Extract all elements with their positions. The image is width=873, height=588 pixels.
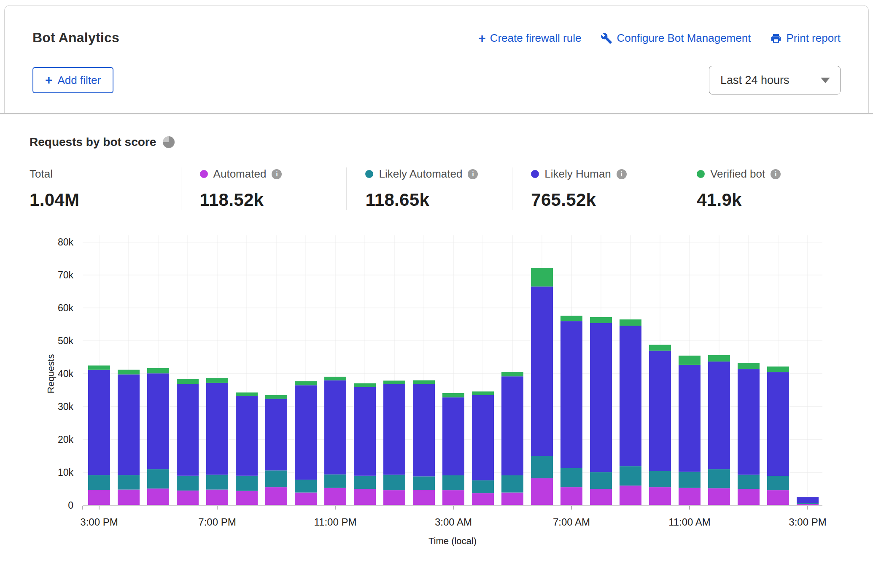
bar-segment-likely-human[interactable] [649, 351, 671, 471]
bar-segment-likely-human[interactable] [442, 397, 464, 475]
bar-segment-likely-human[interactable] [147, 373, 169, 469]
bar-segment-likely-human[interactable] [324, 380, 346, 475]
bar-segment-automated[interactable] [206, 490, 228, 505]
bar-segment-likely-human[interactable] [177, 384, 199, 476]
bar-segment-automated[interactable] [413, 490, 435, 505]
bar-segment-likely-automated[interactable] [501, 475, 523, 493]
bar-segment-likely-automated[interactable] [767, 476, 789, 491]
bar-segment-likely-automated[interactable] [236, 476, 258, 491]
info-icon[interactable]: i [468, 169, 478, 179]
bar-segment-likely-human[interactable] [265, 399, 287, 470]
bar-segment-likely-automated[interactable] [324, 475, 346, 488]
create-firewall-rule-link[interactable]: + Create firewall rule [478, 32, 581, 45]
bar-segment-verified-bot[interactable] [383, 380, 405, 384]
bar-segment-likely-automated[interactable] [797, 503, 819, 504]
bar-segment-verified-bot[interactable] [560, 316, 582, 321]
bar-segment-likely-automated[interactable] [590, 472, 612, 489]
bar-segment-likely-human[interactable] [590, 323, 612, 472]
bar-segment-likely-automated[interactable] [177, 476, 199, 491]
bar-segment-verified-bot[interactable] [679, 356, 701, 365]
bar-segment-automated[interactable] [118, 490, 140, 505]
bar-segment-automated[interactable] [708, 488, 730, 505]
bar-segment-automated[interactable] [472, 493, 494, 505]
bar-segment-verified-bot[interactable] [265, 395, 287, 399]
bar-segment-automated[interactable] [531, 478, 553, 505]
bar-segment-likely-automated[interactable] [383, 475, 405, 490]
info-icon[interactable]: i [771, 169, 781, 179]
bar-segment-likely-human[interactable] [383, 384, 405, 475]
bar-segment-automated[interactable] [265, 487, 287, 505]
bar-segment-verified-bot[interactable] [236, 392, 258, 396]
bar-segment-likely-human[interactable] [88, 370, 110, 475]
bar-segment-likely-automated[interactable] [265, 470, 287, 487]
bar-segment-verified-bot[interactable] [738, 363, 760, 369]
bar-segment-automated[interactable] [679, 488, 701, 505]
bar-segment-automated[interactable] [649, 487, 671, 505]
info-icon[interactable]: i [617, 169, 627, 179]
bar-segment-verified-bot[interactable] [501, 372, 523, 376]
bar-segment-likely-automated[interactable] [206, 475, 228, 489]
info-icon[interactable]: i [272, 169, 282, 179]
bar-segment-automated[interactable] [442, 490, 464, 505]
bar-segment-automated[interactable] [620, 486, 641, 505]
bar-segment-likely-human[interactable] [413, 384, 435, 476]
bar-segment-likely-automated[interactable] [560, 468, 582, 487]
bar-segment-verified-bot[interactable] [295, 381, 317, 385]
bar-segment-likely-human[interactable] [560, 321, 582, 468]
bar-segment-likely-automated[interactable] [649, 471, 671, 487]
requests-chart[interactable]: 010k20k30k40k50k60k70k80k3:00 PM7:00 PM1… [30, 227, 843, 548]
bar-segment-automated[interactable] [88, 490, 110, 505]
requests-by-bot-score-chart[interactable]: 010k20k30k40k50k60k70k80k3:00 PM7:00 PM1… [30, 227, 852, 547]
bar-segment-likely-human[interactable] [236, 396, 258, 476]
bar-segment-likely-automated[interactable] [118, 475, 140, 489]
bar-segment-automated[interactable] [590, 489, 612, 505]
bar-segment-verified-bot[interactable] [472, 391, 494, 395]
bar-segment-likely-human[interactable] [797, 497, 819, 503]
bar-segment-likely-human[interactable] [620, 326, 641, 466]
bar-segment-likely-human[interactable] [767, 372, 789, 476]
bar-segment-verified-bot[interactable] [354, 383, 376, 387]
bar-segment-verified-bot[interactable] [708, 355, 730, 362]
bar-segment-verified-bot[interactable] [767, 367, 789, 372]
bar-segment-likely-human[interactable] [708, 361, 730, 469]
bar-segment-verified-bot[interactable] [88, 366, 110, 370]
bar-segment-verified-bot[interactable] [620, 319, 641, 326]
bar-segment-automated[interactable] [501, 493, 523, 505]
bar-segment-verified-bot[interactable] [531, 268, 553, 287]
bar-segment-automated[interactable] [295, 493, 317, 505]
add-filter-button[interactable]: + Add filter [32, 67, 113, 93]
bar-segment-automated[interactable] [324, 488, 346, 505]
bar-segment-automated[interactable] [354, 489, 376, 505]
bar-segment-verified-bot[interactable] [147, 368, 169, 373]
print-report-link[interactable]: Print report [770, 32, 841, 45]
bar-segment-automated[interactable] [147, 488, 169, 505]
bar-segment-likely-automated[interactable] [295, 480, 317, 492]
bar-segment-automated[interactable] [738, 489, 760, 505]
bar-segment-verified-bot[interactable] [118, 370, 140, 375]
bar-segment-automated[interactable] [236, 491, 258, 505]
bar-segment-verified-bot[interactable] [649, 345, 671, 351]
bar-segment-verified-bot[interactable] [413, 380, 435, 384]
bar-segment-likely-human[interactable] [354, 387, 376, 476]
bar-segment-likely-automated[interactable] [354, 476, 376, 489]
bar-segment-automated[interactable] [767, 490, 789, 505]
bar-segment-likely-human[interactable] [206, 383, 228, 475]
bar-segment-likely-automated[interactable] [620, 466, 641, 486]
bar-segment-likely-human[interactable] [295, 385, 317, 480]
bar-segment-likely-automated[interactable] [708, 469, 730, 488]
bar-segment-verified-bot[interactable] [206, 378, 228, 383]
bar-segment-likely-automated[interactable] [442, 475, 464, 490]
bar-segment-verified-bot[interactable] [590, 317, 612, 323]
bar-segment-likely-human[interactable] [118, 375, 140, 475]
bar-segment-automated[interactable] [383, 490, 405, 505]
bar-segment-likely-automated[interactable] [88, 475, 110, 490]
bar-segment-verified-bot[interactable] [442, 393, 464, 397]
bar-segment-likely-automated[interactable] [413, 476, 435, 490]
configure-bot-management-link[interactable]: Configure Bot Management [601, 32, 751, 45]
bar-segment-likely-human[interactable] [501, 376, 523, 475]
bar-segment-verified-bot[interactable] [324, 377, 346, 380]
bar-segment-likely-human[interactable] [531, 286, 553, 456]
bar-segment-likely-automated[interactable] [738, 475, 760, 489]
bar-segment-likely-automated[interactable] [531, 456, 553, 478]
bar-segment-likely-human[interactable] [738, 369, 760, 475]
